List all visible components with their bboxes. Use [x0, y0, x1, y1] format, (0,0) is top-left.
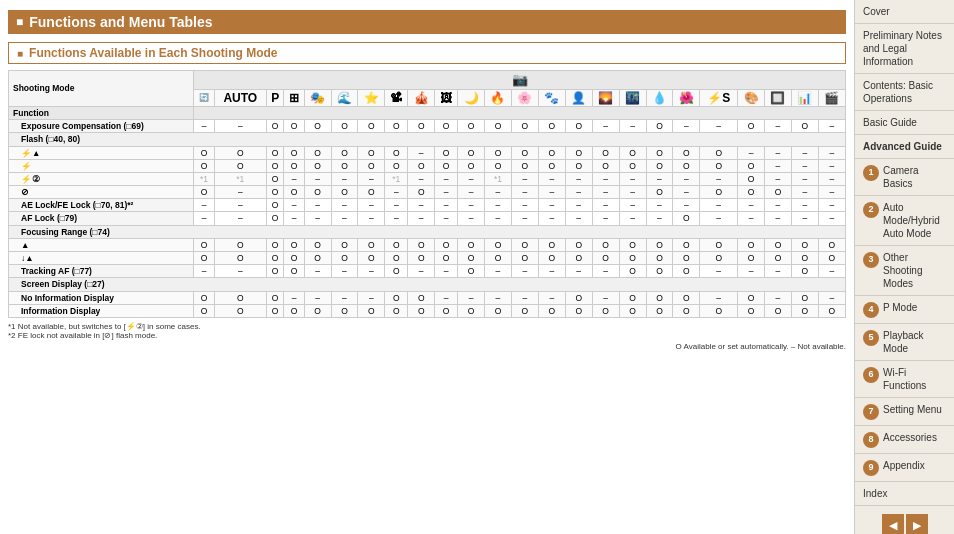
- function-label-row: Function: [9, 106, 846, 119]
- prev-button[interactable]: ◀: [882, 514, 904, 534]
- legend: O Available or set automatically. – Not …: [8, 342, 846, 351]
- page-title: Functions and Menu Tables: [8, 10, 846, 34]
- col-icon21: 🔲: [765, 89, 792, 106]
- table-row: ↓▲ OOOOOOOOOOOOOOOOOOOOOOOO: [9, 252, 846, 265]
- sidebar-label: Cover: [863, 6, 890, 17]
- row-label: ↓▲: [9, 252, 194, 265]
- camera-icon-header: 📷: [194, 71, 846, 90]
- table-row: ⚡ OOOOOOOOOOOOOOOOOOOOO–––: [9, 159, 846, 172]
- sidebar-item-setting-menu[interactable]: 7 Setting Menu: [855, 398, 954, 426]
- col-auto: AUTO: [214, 89, 266, 106]
- col-icon20: 🎨: [738, 89, 765, 106]
- sidebar-item-playback[interactable]: 5 Playback Mode: [855, 324, 954, 361]
- sidebar-item-accessories[interactable]: 8 Accessories: [855, 426, 954, 454]
- sidebar-label: Index: [863, 488, 887, 499]
- section-title: Functions Available in Each Shooting Mod…: [8, 42, 846, 64]
- sidebar-num-4: 4: [863, 302, 879, 318]
- row-label: ⚡②: [9, 172, 194, 185]
- sidebar-label: Camera Basics: [883, 164, 946, 190]
- sidebar-item-index[interactable]: Index: [855, 482, 954, 506]
- row-label: ⚡: [9, 159, 194, 172]
- footnote-2: *2 FE lock not available in [⊘] flash mo…: [8, 331, 846, 340]
- row-label: Information Display: [9, 304, 194, 317]
- sidebar-item-contents[interactable]: Contents: Basic Operations: [855, 74, 954, 111]
- sidebar-item-auto-mode[interactable]: 2 Auto Mode/Hybrid Auto Mode: [855, 196, 954, 246]
- col-icon7: 📽: [385, 89, 408, 106]
- row-label: Tracking AF (□77): [9, 265, 194, 278]
- title-text: Functions and Menu Tables: [29, 14, 212, 30]
- sidebar-label: Preliminary Notes and Legal Information: [863, 30, 942, 67]
- table-row: ⚡② *1*1O––––*1–––*1––––––––O–––: [9, 172, 846, 185]
- sidebar-label: Advanced Guide: [863, 141, 942, 152]
- col-icon23: 🎬: [818, 89, 845, 106]
- group-header-row: Focusing Range (□74): [9, 225, 846, 238]
- sidebar-label: Appendix: [883, 459, 925, 472]
- row-label: ▲: [9, 238, 194, 251]
- sidebar-num-9: 9: [863, 460, 879, 476]
- sidebar-label: Contents: Basic Operations: [863, 80, 933, 104]
- sidebar-label: Basic Guide: [863, 117, 917, 128]
- group-label: Screen Display (□27): [9, 278, 846, 291]
- section-text: Functions Available in Each Shooting Mod…: [29, 46, 277, 60]
- sidebar-label: Other Shooting Modes: [883, 251, 946, 290]
- sidebar-num-6: 6: [863, 367, 879, 383]
- row-label: AE Lock/FE Lock (□70, 81)*²: [9, 199, 194, 212]
- sidebar-num-5: 5: [863, 330, 879, 346]
- table-row: Exposure Compensation (□69) ––OOOOOOOOOO…: [9, 120, 846, 133]
- function-col-header: Function: [9, 106, 194, 119]
- table-row: AE Lock/FE Lock (□70, 81)*² ––O–––––––––…: [9, 199, 846, 212]
- sidebar-num-1: 1: [863, 165, 879, 181]
- col-icon14: 👤: [565, 89, 592, 106]
- footnote-1: *1 Not available, but switches to [⚡②] i…: [8, 322, 846, 331]
- sidebar-num-7: 7: [863, 404, 879, 420]
- group-label: Focusing Range (□74): [9, 225, 846, 238]
- col-p: P: [266, 89, 284, 106]
- col-icon4: 🎭: [304, 89, 331, 106]
- sidebar-bottom: ◀ ▶ ↩ 164: [855, 506, 954, 534]
- table-row: No Information Display OOO––––OO–––––O–O…: [9, 291, 846, 304]
- sidebar-label: Playback Mode: [883, 329, 946, 355]
- table-row: ⊘ O–OOOOO–O––––––––O–OOO––: [9, 186, 846, 199]
- sidebar-item-appendix[interactable]: 9 Appendix: [855, 454, 954, 482]
- row-label: No Information Display: [9, 291, 194, 304]
- row-label: ⚡▲: [9, 146, 194, 159]
- col-icon19: ⚡S: [700, 89, 738, 106]
- next-button[interactable]: ▶: [906, 514, 928, 534]
- table-row: ▲ OOOOOOOOOOOOOOOOOOOOOOOO: [9, 238, 846, 251]
- sidebar-item-camera-basics[interactable]: 1 Camera Basics: [855, 159, 954, 196]
- sidebar-label: Auto Mode/Hybrid Auto Mode: [883, 201, 946, 240]
- table-row: AF Lock (□79) ––O–––––––––––––––O–––––: [9, 212, 846, 225]
- group-header-row: Flash (□40, 80): [9, 133, 846, 146]
- sidebar-label: Wi-Fi Functions: [883, 366, 946, 392]
- sidebar-num-8: 8: [863, 432, 879, 448]
- sidebar-item-p-mode[interactable]: 4 P Mode: [855, 296, 954, 324]
- table-row: Information Display OOOOOOOOOOOOOOOOOOOO…: [9, 304, 846, 317]
- col-icon11: 🔥: [484, 89, 511, 106]
- sidebar-item-other-shooting[interactable]: 3 Other Shooting Modes: [855, 246, 954, 296]
- col-icon5: 🌊: [331, 89, 358, 106]
- sidebar-num-2: 2: [863, 202, 879, 218]
- main-content: Functions and Menu Tables Functions Avai…: [0, 0, 854, 534]
- col-icon3: ⊞: [284, 89, 304, 106]
- col-icon17: 💧: [646, 89, 673, 106]
- col-icon16: 🌃: [619, 89, 646, 106]
- col-icon8: 🎪: [408, 89, 435, 106]
- col-icon15: 🌄: [592, 89, 619, 106]
- sidebar: Cover Preliminary Notes and Legal Inform…: [854, 0, 954, 534]
- sidebar-item-basic-guide[interactable]: Basic Guide: [855, 111, 954, 135]
- sidebar-label: Accessories: [883, 431, 937, 444]
- sidebar-item-prelim[interactable]: Preliminary Notes and Legal Information: [855, 24, 954, 74]
- col-icon18: 🌺: [673, 89, 700, 106]
- table-row: Tracking AF (□77) ––OO–––O––O–––––OOO–––…: [9, 265, 846, 278]
- functions-table: Shooting Mode 📷 🔄 AUTO P ⊞ 🎭 🌊 ⭐ 📽 🎪 🖼 🌙…: [8, 70, 846, 318]
- sidebar-item-advanced-guide[interactable]: Advanced Guide: [855, 135, 954, 159]
- col-auto-icon: 🔄: [194, 89, 214, 106]
- col-icon10: 🌙: [458, 89, 485, 106]
- col-icon13: 🐾: [538, 89, 565, 106]
- nav-buttons: ◀ ▶: [882, 514, 928, 534]
- footnotes: *1 Not available, but switches to [⚡②] i…: [8, 322, 846, 340]
- sidebar-item-cover[interactable]: Cover: [855, 0, 954, 24]
- sidebar-item-wifi[interactable]: 6 Wi-Fi Functions: [855, 361, 954, 398]
- table-row: ⚡▲ OOOOOOOO–OOOOOOOOOOO––––: [9, 146, 846, 159]
- sidebar-label: Setting Menu: [883, 403, 942, 416]
